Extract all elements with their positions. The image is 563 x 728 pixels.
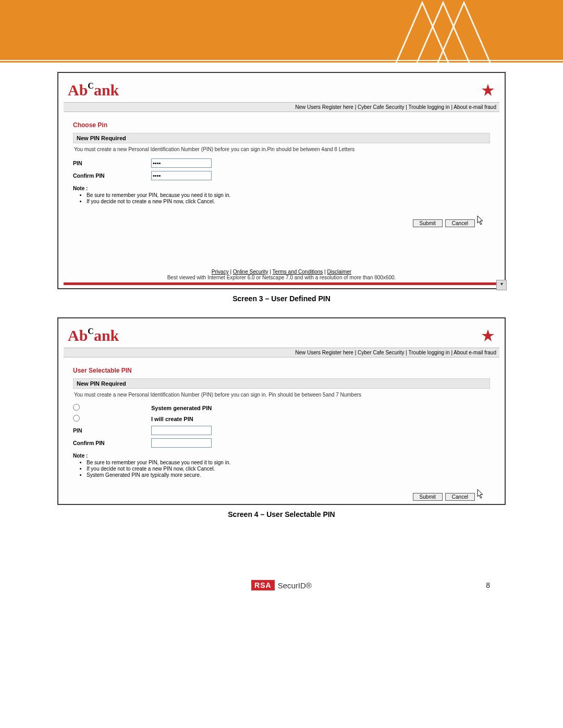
rsa-box: RSA [251, 580, 275, 590]
instruction-text: You must create a new Personal Identific… [73, 143, 490, 155]
button-row: Submit Cancel [73, 214, 485, 227]
app-brand-bar: AbCank [64, 76, 499, 102]
nav-trouble[interactable]: Trouble logging in [409, 104, 450, 110]
note-label: Note : [73, 453, 88, 459]
selectable-pin-panel: User Selectable PIN New PIN Required You… [73, 367, 490, 501]
page-footer: RSA SecurID® 8 [0, 580, 563, 611]
svg-marker-1 [482, 329, 494, 341]
caption-screen4: Screen 4 – User Selectable PIN [57, 510, 506, 519]
securid-text: SecurID® [278, 581, 312, 590]
footer-privacy[interactable]: Privacy [212, 269, 229, 275]
row-radio-user: I will create PIN [73, 415, 490, 423]
note-item: If you decide not to create a new PIN no… [87, 199, 490, 204]
logo-c: C [88, 327, 94, 336]
logo-a: A [68, 327, 79, 344]
panel-title: Choose Pin [73, 121, 490, 129]
nav-register[interactable]: New Users Register here [295, 104, 353, 110]
note-item: If you decide not to create a new PIN no… [87, 466, 490, 472]
header-decoration-icon [386, 0, 500, 63]
radio-system-pin[interactable] [73, 404, 80, 411]
nav-sep: | [405, 350, 409, 355]
logo-ank: ank [94, 81, 119, 98]
footer-sep: | [268, 269, 273, 275]
document-page: AbCank New Users Register here | Cyber C… [0, 0, 563, 611]
footer-security[interactable]: Online Security [233, 269, 268, 275]
row-confirm-pin: Confirm PIN [73, 438, 490, 448]
radio-system-label: System generated PIN [151, 405, 212, 411]
confirm-pin-input[interactable] [151, 438, 212, 448]
cancel-button[interactable]: Cancel [445, 219, 475, 227]
panel-title: User Selectable PIN [73, 367, 490, 374]
caption-screen3: Screen 3 – User Defined PIN [57, 294, 506, 303]
row-radio-system: System generated PIN [73, 404, 490, 412]
rsa-securid-logo: RSA SecurID® [251, 580, 312, 590]
page-header-band [0, 0, 563, 61]
footer-redbar [64, 282, 499, 285]
logo-b: b [79, 81, 88, 98]
confirm-pin-label: Confirm PIN [73, 440, 151, 446]
row-pin: PIN [73, 158, 490, 168]
app-brand-bar: AbCank [64, 322, 499, 348]
confirm-pin-label: Confirm PIN [73, 172, 151, 179]
logo-b: b [79, 327, 88, 344]
nav-cybercafe[interactable]: Cyber Cafe Security [358, 104, 404, 110]
section-header: New PIN Required [73, 378, 490, 389]
submit-button[interactable]: Submit [413, 219, 443, 227]
screenshot-screen4: AbCank New Users Register here | Cyber C… [57, 317, 506, 505]
footer-disclaimer[interactable]: Disclaimer [327, 269, 351, 275]
page-content: AbCank New Users Register here | Cyber C… [0, 63, 563, 564]
pin-input[interactable] [151, 426, 212, 435]
screenshot-screen3: AbCank New Users Register here | Cyber C… [57, 72, 506, 289]
note-block: Note : Be sure to remember your PIN, bec… [73, 453, 490, 478]
cancel-button[interactable]: Cancel [445, 493, 475, 501]
nav-sep: | [353, 350, 358, 355]
top-nav: New Users Register here | Cyber Cafe Sec… [64, 348, 499, 357]
row-confirm-pin: Confirm PIN [73, 171, 490, 180]
star-icon [481, 83, 495, 97]
cursor-icon [476, 215, 485, 226]
radio-user-label: I will create PIN [151, 416, 193, 422]
bank-logo: AbCank [68, 81, 119, 99]
logo-a: A [68, 81, 79, 98]
logo-c: C [88, 81, 94, 90]
radio-user-pin[interactable] [73, 415, 80, 422]
cursor-icon [476, 488, 485, 500]
note-item: Be sure to remember your PIN, because yo… [87, 460, 490, 465]
section-header: New PIN Required [73, 133, 490, 143]
pin-label: PIN [73, 160, 151, 166]
note-item: Be sure to remember your PIN, because yo… [87, 192, 490, 198]
footer-terms[interactable]: Terms and Conditions [273, 269, 323, 275]
nav-cybercafe[interactable]: Cyber Cafe Security [358, 350, 404, 355]
logo-ank: ank [94, 327, 119, 344]
submit-button[interactable]: Submit [413, 493, 443, 501]
button-row: Submit Cancel [73, 487, 485, 501]
note-block: Note : Be sure to remember your PIN, bec… [73, 186, 490, 204]
top-nav: New Users Register here | Cyber Cafe Sec… [64, 102, 499, 112]
page-number: 8 [486, 581, 490, 589]
nav-register[interactable]: New Users Register here [295, 350, 353, 355]
pin-input[interactable] [151, 158, 212, 168]
best-viewed-text: Best viewed with Internet Explorer 6.0 o… [64, 275, 499, 280]
svg-marker-0 [482, 84, 494, 96]
confirm-pin-input[interactable] [151, 171, 212, 180]
pin-label: PIN [73, 427, 151, 434]
footer-sep: | [229, 269, 233, 275]
note-label: Note : [73, 186, 88, 191]
nav-emailfraud[interactable]: About e-mail fraud [454, 104, 496, 110]
nav-sep: | [353, 104, 358, 110]
nav-trouble[interactable]: Trouble logging in [409, 350, 450, 355]
star-icon [481, 328, 495, 343]
scroll-down-icon[interactable]: ▾ [496, 280, 507, 290]
choose-pin-panel: Choose Pin New PIN Required You must cre… [73, 121, 490, 227]
instruction-text: You must create a new Personal Identific… [73, 389, 490, 401]
note-item: System Generated PIN are typically more … [87, 472, 490, 478]
nav-sep: | [405, 104, 409, 110]
footer-links: Privacy | Online Security | Terms and Co… [64, 269, 499, 280]
nav-emailfraud[interactable]: About e-mail fraud [454, 350, 496, 355]
bank-logo: AbCank [68, 327, 119, 344]
row-pin: PIN [73, 426, 490, 435]
